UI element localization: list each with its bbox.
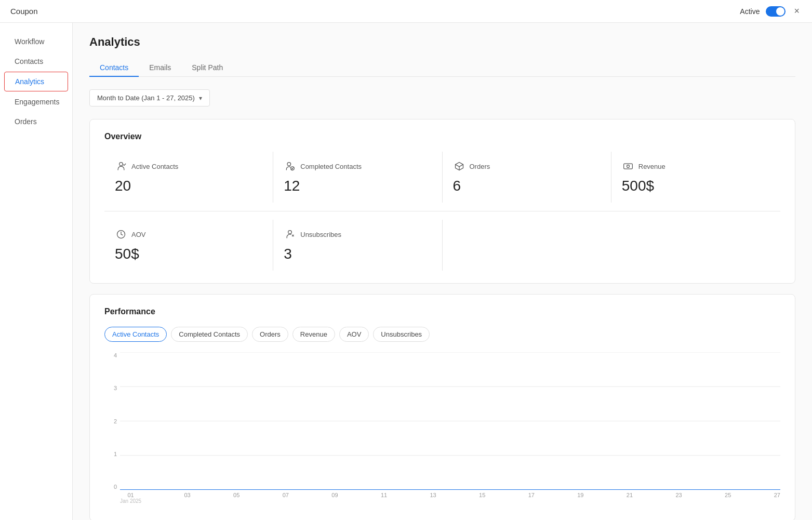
x-label-05: 05 xyxy=(233,492,239,498)
page-title: Analytics xyxy=(89,35,795,49)
active-contacts-label: Active Contacts xyxy=(131,163,178,170)
metric-unsubscribes: Unsubscribes 3 xyxy=(273,220,442,271)
y-label-4: 4 xyxy=(114,352,117,358)
overview-card: Overview Active Contacts 20 xyxy=(89,119,795,284)
metrics-grid: Active Contacts 20 Completed Contacts xyxy=(104,152,780,203)
aov-value: 50$ xyxy=(115,246,262,262)
unsubscribe-icon xyxy=(284,228,296,241)
performance-chart: 4 3 2 1 0 xyxy=(104,352,780,508)
sidebar-item-engagements[interactable]: Engagements xyxy=(4,92,68,111)
orders-label: Orders xyxy=(470,163,490,170)
metric-completed-contacts: Completed Contacts 12 xyxy=(273,152,442,203)
active-contacts-value: 20 xyxy=(115,178,262,194)
orders-value: 6 xyxy=(453,178,601,194)
x-label-15: 15 xyxy=(479,492,485,498)
app-header: Coupon Active × xyxy=(0,0,812,23)
performance-filters: Active Contacts Completed Contacts Order… xyxy=(104,327,780,342)
aov-label: AOV xyxy=(131,231,145,238)
y-label-2: 2 xyxy=(114,418,117,424)
performance-card: Performance Active Contacts Completed Co… xyxy=(89,294,795,520)
person-icon xyxy=(115,160,127,172)
x-label-09: 09 xyxy=(331,492,338,498)
svg-point-6 xyxy=(288,231,292,234)
filter-aov[interactable]: AOV xyxy=(339,327,369,342)
tab-emails[interactable]: Emails xyxy=(139,59,181,77)
overview-title: Overview xyxy=(104,132,780,141)
metric-revenue: Revenue 500$ xyxy=(611,152,780,203)
tab-split-path[interactable]: Split Path xyxy=(181,59,233,77)
revenue-value: 500$ xyxy=(622,178,770,194)
y-label-1: 1 xyxy=(114,451,117,457)
filter-active-contacts[interactable]: Active Contacts xyxy=(104,327,167,342)
x-label-23: 23 xyxy=(675,492,682,498)
sidebar-item-workflow[interactable]: Workflow xyxy=(4,32,68,51)
app-title: Coupon xyxy=(10,7,38,16)
aov-icon xyxy=(115,228,127,241)
performance-title: Performance xyxy=(104,307,780,316)
main-layout: Workflow Contacts Analytics Engagements … xyxy=(0,23,812,520)
x-label-25: 25 xyxy=(725,492,731,498)
unsubscribes-label: Unsubscribes xyxy=(300,231,341,238)
x-label-01: 01 Jan 2025 xyxy=(120,492,141,504)
active-status-label: Active xyxy=(740,7,760,16)
svg-point-0 xyxy=(119,163,123,166)
metric-active-contacts: Active Contacts 20 xyxy=(104,152,273,203)
completed-contacts-value: 12 xyxy=(284,178,431,194)
sidebar-item-orders[interactable]: Orders xyxy=(4,112,68,131)
x-label-27: 27 xyxy=(774,492,780,498)
unsubscribes-value: 3 xyxy=(284,246,431,262)
filter-completed-contacts[interactable]: Completed Contacts xyxy=(171,327,248,342)
currency-icon xyxy=(622,160,634,172)
y-label-0: 0 xyxy=(114,484,117,490)
empty-metric-4 xyxy=(611,220,780,271)
sidebar: Workflow Contacts Analytics Engagements … xyxy=(0,23,73,520)
box-icon xyxy=(453,160,465,172)
metric-aov: AOV 50$ xyxy=(104,220,273,271)
check-person-icon xyxy=(284,160,296,172)
svg-point-1 xyxy=(287,163,291,166)
chevron-down-icon: ▾ xyxy=(199,95,202,102)
x-label-19: 19 xyxy=(577,492,583,498)
revenue-label: Revenue xyxy=(638,163,665,170)
main-content: Analytics Contacts Emails Split Path Mon… xyxy=(73,23,812,520)
metric-orders: Orders 6 xyxy=(443,152,611,203)
x-label-13: 13 xyxy=(430,492,436,498)
filter-orders[interactable]: Orders xyxy=(252,327,288,342)
x-axis: 01 Jan 2025 03 05 07 09 xyxy=(120,490,780,508)
sidebar-item-analytics[interactable]: Analytics xyxy=(4,72,68,91)
x-label-21: 21 xyxy=(627,492,633,498)
filter-revenue[interactable]: Revenue xyxy=(292,327,335,342)
x-label-03: 03 xyxy=(184,492,191,498)
filter-unsubscribes[interactable]: Unsubscribes xyxy=(373,327,430,342)
x-label-11: 11 xyxy=(381,492,387,498)
y-axis: 4 3 2 1 0 xyxy=(104,352,119,490)
y-label-3: 3 xyxy=(114,385,117,391)
empty-metric-3 xyxy=(443,220,611,271)
x-label-07: 07 xyxy=(283,492,289,498)
date-filter-label: Month to Date (Jan 1 - 27, 2025) xyxy=(97,94,195,102)
chart-svg xyxy=(120,352,780,490)
tab-contacts[interactable]: Contacts xyxy=(89,59,139,77)
completed-contacts-label: Completed Contacts xyxy=(300,163,362,170)
svg-point-4 xyxy=(627,165,629,168)
close-button[interactable]: × xyxy=(792,4,802,19)
tabs-bar: Contacts Emails Split Path xyxy=(89,59,795,77)
sidebar-item-contacts[interactable]: Contacts xyxy=(4,52,68,71)
x-label-17: 17 xyxy=(528,492,535,498)
toggle-switch[interactable] xyxy=(766,6,786,17)
date-filter-dropdown[interactable]: Month to Date (Jan 1 - 27, 2025) ▾ xyxy=(89,89,210,106)
header-right: Active × xyxy=(740,4,802,19)
active-toggle[interactable] xyxy=(766,6,786,17)
svg-rect-3 xyxy=(623,164,632,169)
